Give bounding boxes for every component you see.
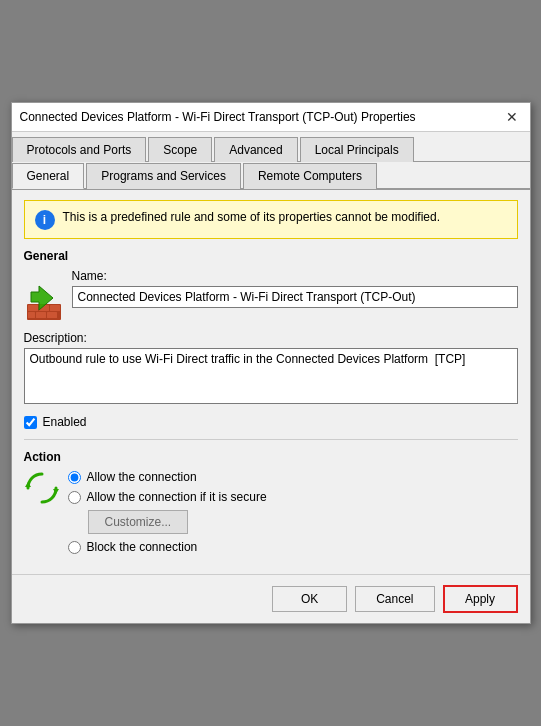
tab-advanced[interactable]: Advanced (214, 137, 297, 162)
description-label: Description: (24, 331, 518, 345)
tab-general[interactable]: General (12, 163, 85, 189)
action-section: Action Allow the connection (24, 450, 518, 554)
action-section-label: Action (24, 450, 518, 464)
info-banner-text: This is a predefined rule and some of it… (63, 209, 441, 226)
info-banner: i This is a predefined rule and some of … (24, 200, 518, 239)
action-options: Allow the connection Allow the connectio… (24, 470, 518, 554)
radio-list: Allow the connection Allow the connectio… (68, 470, 518, 554)
allow-radio[interactable] (68, 471, 81, 484)
customize-row: Customize... (68, 510, 518, 534)
tabs-row2: General Programs and Services Remote Com… (12, 162, 530, 190)
cancel-button[interactable]: Cancel (355, 586, 434, 612)
enabled-row: Enabled (24, 415, 518, 429)
general-section-label: General (24, 249, 518, 263)
name-input[interactable] (72, 286, 518, 308)
allow-secure-label[interactable]: Allow the connection if it is secure (87, 490, 267, 504)
radio-block: Block the connection (68, 540, 518, 554)
block-radio[interactable] (68, 541, 81, 554)
divider (24, 439, 518, 440)
allow-secure-radio[interactable] (68, 491, 81, 504)
window-title: Connected Devices Platform - Wi-Fi Direc… (20, 110, 416, 124)
radio-allow-secure: Allow the connection if it is secure (68, 490, 518, 504)
main-window: Connected Devices Platform - Wi-Fi Direc… (11, 102, 531, 624)
svg-rect-6 (47, 312, 57, 318)
radio-allow: Allow the connection (68, 470, 518, 484)
allow-label[interactable]: Allow the connection (87, 470, 197, 484)
name-field-group: Name: (72, 269, 518, 308)
ok-button[interactable]: OK (272, 586, 347, 612)
tab-programs-services[interactable]: Programs and Services (86, 163, 241, 189)
svg-rect-5 (36, 312, 46, 318)
tab-local-principals[interactable]: Local Principals (300, 137, 414, 162)
svg-rect-4 (28, 312, 35, 318)
content-area: i This is a predefined rule and some of … (12, 190, 530, 564)
general-section: General (24, 249, 518, 429)
description-group: Description: Outbound rule to use Wi-Fi … (24, 331, 518, 407)
enabled-checkbox[interactable] (24, 416, 37, 429)
action-arrows-icon (24, 470, 60, 506)
bottom-buttons: OK Cancel Apply (12, 574, 530, 623)
customize-button[interactable]: Customize... (88, 510, 189, 534)
name-row: Name: (24, 269, 518, 323)
firewall-icon (24, 283, 64, 323)
tab-protocols-ports[interactable]: Protocols and Ports (12, 137, 147, 162)
info-icon: i (35, 210, 55, 230)
tab-remote-computers[interactable]: Remote Computers (243, 163, 377, 189)
tabs-row1: Protocols and Ports Scope Advanced Local… (12, 132, 530, 162)
description-textarea[interactable]: Outbound rule to use Wi-Fi Direct traffi… (24, 348, 518, 404)
enabled-label[interactable]: Enabled (43, 415, 87, 429)
apply-button[interactable]: Apply (443, 585, 518, 613)
svg-rect-3 (50, 305, 60, 311)
close-button[interactable]: ✕ (502, 109, 522, 125)
svg-rect-1 (28, 305, 38, 311)
title-bar: Connected Devices Platform - Wi-Fi Direc… (12, 103, 530, 132)
block-label[interactable]: Block the connection (87, 540, 198, 554)
tab-scope[interactable]: Scope (148, 137, 212, 162)
name-label: Name: (72, 269, 518, 283)
